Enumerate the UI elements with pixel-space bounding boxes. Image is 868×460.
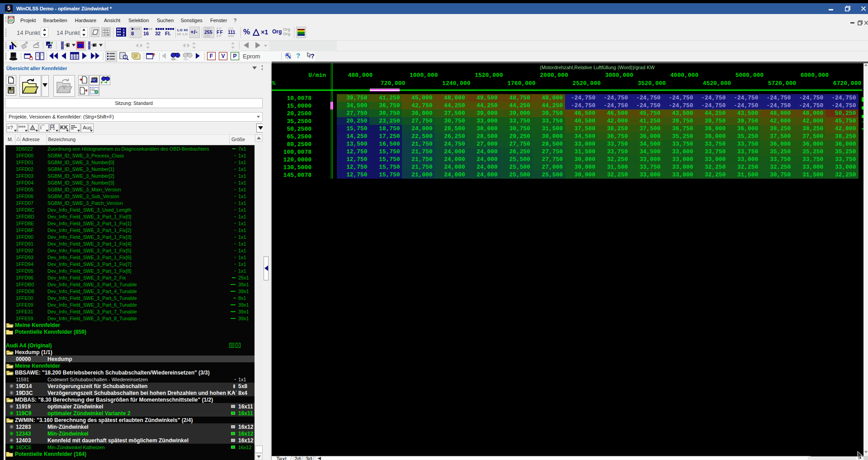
svg-text:?: ? — [311, 52, 315, 60]
